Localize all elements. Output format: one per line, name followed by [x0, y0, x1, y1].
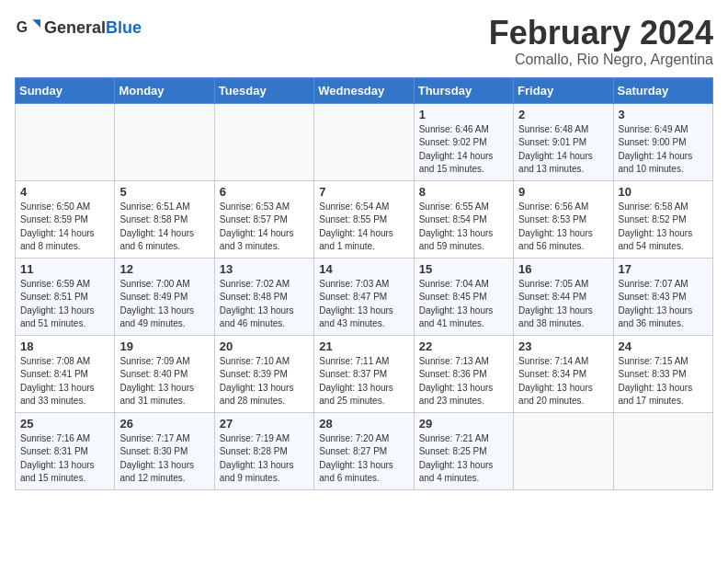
day-number: 12: [119, 262, 209, 276]
calendar-cell: 22Sunrise: 7:13 AM Sunset: 8:36 PM Dayli…: [414, 335, 513, 412]
day-info: Sunrise: 6:50 AM Sunset: 8:59 PM Dayligh…: [20, 201, 109, 254]
day-number: 29: [419, 417, 508, 431]
calendar-cell: 23Sunrise: 7:14 AM Sunset: 8:34 PM Dayli…: [514, 335, 613, 412]
calendar-cell: [16, 103, 115, 180]
day-info: Sunrise: 7:17 AM Sunset: 8:30 PM Dayligh…: [119, 432, 209, 486]
day-number: 5: [119, 185, 209, 199]
calendar-cell: 2Sunrise: 6:48 AM Sunset: 9:01 PM Daylig…: [514, 103, 613, 180]
calendar-cell: 7Sunrise: 6:54 AM Sunset: 8:55 PM Daylig…: [314, 180, 414, 258]
calendar-cell: [514, 412, 613, 489]
logo-blue: Blue: [106, 18, 142, 37]
day-info: Sunrise: 6:58 AM Sunset: 8:52 PM Dayligh…: [619, 201, 708, 254]
day-info: Sunrise: 7:14 AM Sunset: 8:34 PM Dayligh…: [518, 355, 608, 408]
day-info: Sunrise: 7:20 AM Sunset: 8:27 PM Dayligh…: [319, 432, 408, 486]
calendar-cell: 20Sunrise: 7:10 AM Sunset: 8:39 PM Dayli…: [214, 335, 313, 412]
day-info: Sunrise: 7:11 AM Sunset: 8:37 PM Dayligh…: [319, 355, 408, 408]
calendar-cell: 5Sunrise: 6:51 AM Sunset: 8:58 PM Daylig…: [115, 180, 214, 258]
calendar-cell: 13Sunrise: 7:02 AM Sunset: 8:48 PM Dayli…: [214, 258, 313, 335]
calendar-cell: 15Sunrise: 7:04 AM Sunset: 8:45 PM Dayli…: [414, 258, 513, 335]
calendar-cell: 24Sunrise: 7:15 AM Sunset: 8:33 PM Dayli…: [613, 335, 712, 412]
day-info: Sunrise: 6:54 AM Sunset: 8:55 PM Dayligh…: [319, 201, 408, 254]
calendar-cell: 12Sunrise: 7:00 AM Sunset: 8:49 PM Dayli…: [115, 258, 214, 335]
day-number: 28: [319, 417, 408, 431]
day-number: 21: [319, 339, 408, 353]
calendar-cell: 14Sunrise: 7:03 AM Sunset: 8:47 PM Dayli…: [314, 258, 414, 335]
calendar-cell: 29Sunrise: 7:21 AM Sunset: 8:25 PM Dayli…: [414, 412, 513, 489]
calendar-cell: 4Sunrise: 6:50 AM Sunset: 8:59 PM Daylig…: [16, 180, 115, 258]
day-info: Sunrise: 6:55 AM Sunset: 8:54 PM Dayligh…: [419, 201, 508, 254]
calendar-cell: 19Sunrise: 7:09 AM Sunset: 8:40 PM Dayli…: [115, 335, 214, 412]
day-number: 4: [20, 185, 109, 199]
calendar-cell: 17Sunrise: 7:07 AM Sunset: 8:43 PM Dayli…: [613, 258, 712, 335]
weekday-header: Tuesday: [214, 77, 313, 103]
day-number: 11: [20, 262, 109, 276]
day-number: 15: [419, 262, 508, 276]
day-info: Sunrise: 7:08 AM Sunset: 8:41 PM Dayligh…: [20, 355, 109, 408]
day-number: 23: [518, 339, 608, 353]
day-info: Sunrise: 7:09 AM Sunset: 8:40 PM Dayligh…: [119, 355, 209, 408]
calendar-cell: [314, 103, 414, 180]
calendar-week-row: 18Sunrise: 7:08 AM Sunset: 8:41 PM Dayli…: [16, 335, 713, 412]
location-title: Comallo, Rio Negro, Argentina: [489, 52, 713, 68]
calendar-cell: [613, 412, 712, 489]
day-number: 22: [419, 339, 508, 353]
weekday-header: Friday: [514, 77, 613, 103]
day-number: 27: [220, 417, 309, 431]
page-header: G GeneralBlue February 2024 Comallo, Rio…: [15, 15, 713, 68]
day-number: 14: [319, 262, 408, 276]
calendar-cell: 27Sunrise: 7:19 AM Sunset: 8:28 PM Dayli…: [214, 412, 313, 489]
weekday-header: Saturday: [613, 77, 712, 103]
weekday-header: Thursday: [414, 77, 513, 103]
day-info: Sunrise: 6:53 AM Sunset: 8:57 PM Dayligh…: [220, 201, 309, 254]
day-number: 17: [619, 262, 708, 276]
calendar-cell: [115, 103, 214, 180]
day-info: Sunrise: 7:15 AM Sunset: 8:33 PM Dayligh…: [619, 355, 708, 408]
day-number: 7: [319, 185, 408, 199]
calendar-cell: 21Sunrise: 7:11 AM Sunset: 8:37 PM Dayli…: [314, 335, 414, 412]
calendar-cell: 11Sunrise: 6:59 AM Sunset: 8:51 PM Dayli…: [16, 258, 115, 335]
calendar-cell: 9Sunrise: 6:56 AM Sunset: 8:53 PM Daylig…: [514, 180, 613, 258]
month-title: February 2024: [489, 15, 713, 52]
calendar-cell: 28Sunrise: 7:20 AM Sunset: 8:27 PM Dayli…: [314, 412, 414, 489]
weekday-header: Wednesday: [314, 77, 414, 103]
day-info: Sunrise: 7:02 AM Sunset: 8:48 PM Dayligh…: [220, 278, 309, 331]
calendar-cell: 16Sunrise: 7:05 AM Sunset: 8:44 PM Dayli…: [514, 258, 613, 335]
day-number: 24: [619, 339, 708, 353]
weekday-header: Monday: [115, 77, 214, 103]
calendar-cell: 6Sunrise: 6:53 AM Sunset: 8:57 PM Daylig…: [214, 180, 313, 258]
calendar-body: 1Sunrise: 6:46 AM Sunset: 9:02 PM Daylig…: [16, 103, 713, 489]
day-number: 20: [220, 339, 309, 353]
calendar-header-row: SundayMondayTuesdayWednesdayThursdayFrid…: [16, 77, 713, 103]
day-info: Sunrise: 6:48 AM Sunset: 9:01 PM Dayligh…: [518, 123, 608, 177]
calendar-week-row: 11Sunrise: 6:59 AM Sunset: 8:51 PM Dayli…: [16, 258, 713, 335]
day-number: 19: [119, 339, 209, 353]
day-number: 16: [518, 262, 608, 276]
logo-icon: G: [15, 15, 40, 40]
calendar-cell: 26Sunrise: 7:17 AM Sunset: 8:30 PM Dayli…: [115, 412, 214, 489]
day-info: Sunrise: 6:56 AM Sunset: 8:53 PM Dayligh…: [518, 201, 608, 254]
day-number: 9: [518, 185, 608, 199]
calendar-week-row: 1Sunrise: 6:46 AM Sunset: 9:02 PM Daylig…: [16, 103, 713, 180]
weekday-header: Sunday: [16, 77, 115, 103]
calendar-cell: 1Sunrise: 6:46 AM Sunset: 9:02 PM Daylig…: [414, 103, 513, 180]
logo: G GeneralBlue: [15, 15, 142, 40]
calendar-cell: 25Sunrise: 7:16 AM Sunset: 8:31 PM Dayli…: [16, 412, 115, 489]
calendar-cell: 3Sunrise: 6:49 AM Sunset: 9:00 PM Daylig…: [613, 103, 712, 180]
day-number: 25: [20, 417, 109, 431]
calendar-week-row: 4Sunrise: 6:50 AM Sunset: 8:59 PM Daylig…: [16, 180, 713, 258]
svg-marker-1: [32, 19, 40, 28]
day-info: Sunrise: 7:13 AM Sunset: 8:36 PM Dayligh…: [419, 355, 508, 408]
title-area: February 2024 Comallo, Rio Negro, Argent…: [489, 15, 713, 68]
calendar-table: SundayMondayTuesdayWednesdayThursdayFrid…: [15, 77, 713, 490]
calendar-week-row: 25Sunrise: 7:16 AM Sunset: 8:31 PM Dayli…: [16, 412, 713, 489]
day-info: Sunrise: 7:04 AM Sunset: 8:45 PM Dayligh…: [419, 278, 508, 331]
day-info: Sunrise: 7:05 AM Sunset: 8:44 PM Dayligh…: [518, 278, 608, 331]
day-number: 13: [220, 262, 309, 276]
day-info: Sunrise: 6:59 AM Sunset: 8:51 PM Dayligh…: [20, 278, 109, 331]
calendar-cell: [214, 103, 313, 180]
svg-text:G: G: [17, 19, 28, 35]
logo-general: General: [44, 18, 106, 37]
day-info: Sunrise: 7:10 AM Sunset: 8:39 PM Dayligh…: [220, 355, 309, 408]
day-info: Sunrise: 7:07 AM Sunset: 8:43 PM Dayligh…: [619, 278, 708, 331]
day-info: Sunrise: 6:46 AM Sunset: 9:02 PM Dayligh…: [419, 123, 508, 177]
